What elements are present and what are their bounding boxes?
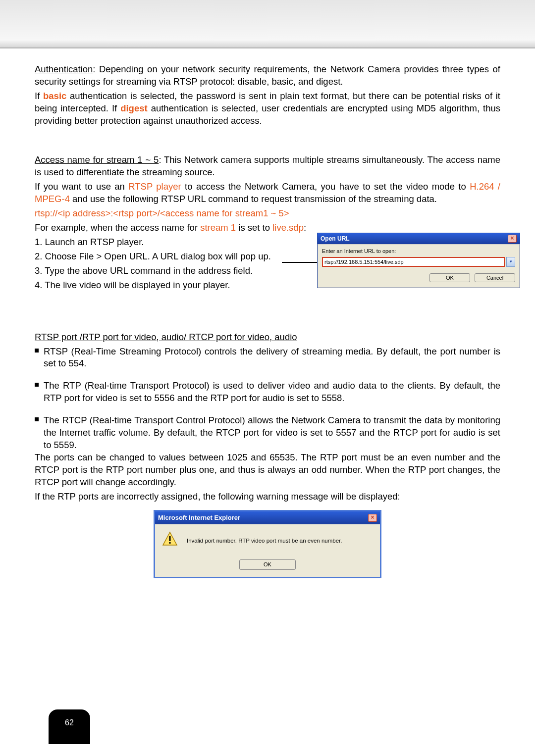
bullet-rtp: The RTP (Real-time Transport Protocol) i… [35, 380, 500, 404]
t: : [304, 222, 306, 233]
t: If you want to use an [35, 181, 128, 192]
cancel-button[interactable]: Cancel [475, 273, 515, 283]
bullet-rtsp: RTSP (Real-Time Streaming Protocol) cont… [35, 346, 500, 370]
url-template-text: rtsp://<ip address>:<rtsp port>/<access … [35, 208, 289, 218]
open-url-title: Open URL [321, 235, 350, 243]
svg-rect-4 [169, 542, 171, 544]
open-url-dialog: Open URL × Enter an Internet URL to open… [317, 233, 520, 288]
rtsp-player-para: If you want to use an RTSP player to acc… [35, 181, 500, 205]
ports-heading: RTSP port /RTP port for video, audio/ RT… [35, 331, 500, 344]
square-bullet-icon [35, 414, 40, 452]
page-number-tab: 62 [49, 709, 90, 744]
bullet-text: The RTP (Real-time Transport Protocol) i… [44, 380, 500, 404]
access-heading: Access name for stream 1 ~ 5 [35, 154, 159, 165]
bullet-text: The RTCP (Real-time Transport Control Pr… [44, 414, 500, 452]
warning-message: Invalid port number. RTP video port must… [187, 537, 342, 545]
auth-text: : Depending on your network security req… [35, 64, 500, 87]
stream1-word: stream 1 [200, 222, 236, 233]
page-number: 62 [65, 718, 74, 727]
livesdp-word: live.sdp [272, 222, 304, 233]
open-url-label: Enter an Internet URL to open: [322, 248, 515, 255]
t: to access the Network Camera, you have t… [181, 181, 470, 192]
basic-word: basic [43, 91, 66, 101]
digest-word: digest [120, 103, 147, 113]
access-para: Access name for stream 1 ~ 5: This Netwo… [35, 154, 500, 179]
warning-icon [162, 531, 178, 551]
warning-titlebar: Microsoft Internet Explorer × [155, 511, 380, 524]
ok-button[interactable]: OK [429, 273, 470, 283]
auth-heading: Authentication [35, 64, 93, 74]
ok-button[interactable]: OK [239, 559, 296, 570]
svg-rect-3 [169, 536, 171, 541]
close-icon[interactable]: × [508, 235, 517, 243]
t: If [35, 91, 43, 101]
close-icon[interactable]: × [368, 514, 377, 522]
basic-digest-para: If basic authentication is selected, the… [35, 90, 500, 127]
rtsp-player-word: RTSP player [128, 181, 181, 192]
t: is set to [236, 222, 272, 233]
square-bullet-icon [35, 380, 40, 404]
warning-title: Microsoft Internet Explorer [158, 513, 240, 522]
t: For example, when the access name for [35, 222, 200, 233]
bullet-rtcp: The RTCP (Real-time Transport Control Pr… [35, 414, 500, 452]
open-url-input[interactable]: rtsp://192.168.5.151:554/live.sdp [322, 257, 505, 267]
url-template: rtsp://<ip address>:<rtsp port>/<access … [35, 207, 500, 220]
warning-dialog: Microsoft Internet Explorer × Invalid po… [154, 510, 381, 578]
bullet-text: RTSP (Real-Time Streaming Protocol) cont… [44, 346, 500, 370]
open-url-titlebar: Open URL × [318, 233, 520, 244]
ports-warning-intro: If the RTP ports are incorrectly assigne… [35, 491, 500, 503]
t: and use the following RTSP URL command t… [70, 194, 437, 204]
ports-range-para: The ports can be changed to values betwe… [35, 452, 500, 489]
square-bullet-icon [35, 346, 40, 370]
header-band [0, 0, 535, 49]
auth-para: Authentication: Depending on your networ… [35, 63, 500, 88]
chevron-down-icon[interactable]: ▾ [506, 257, 515, 267]
